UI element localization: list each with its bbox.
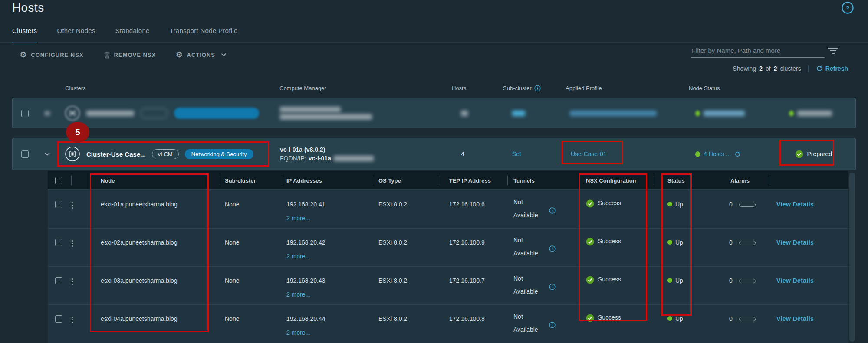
node-status: Up [675,239,683,246]
alarms-count: 0 [729,239,733,246]
node-status-dot [695,151,700,157]
ip-more-link[interactable]: 2 more... [286,291,326,298]
applied-profile-link[interactable]: Use-Case-01 [571,150,606,157]
node-row[interactable]: esxi-01a.puneetsharma.blog None 192.168.… [48,190,848,228]
success-check-icon [586,238,594,246]
kebab-menu-icon[interactable] [72,240,73,247]
view-details-link[interactable]: View Details [776,277,814,284]
prepared-status-badge: Prepared [795,150,832,158]
view-details-link[interactable]: View Details [776,239,814,246]
summary-divider: | [808,65,809,72]
filter-icon[interactable] [827,48,838,56]
redacted-cluster-name [86,111,134,116]
cluster-row-use-case[interactable]: Cluster-Use Case... vLCM Networking & Se… [12,138,856,170]
redacted-expander[interactable] [45,111,50,115]
hosts-status-link[interactable]: 4 Hosts ... [704,150,731,157]
view-details-link[interactable]: View Details [776,315,814,322]
configure-nsx-button[interactable]: ⚙ CONFIGURE NSX [20,51,84,59]
refresh-label: Refresh [825,65,848,72]
ip-more-link[interactable]: 2 more... [286,329,326,336]
nodes-table-header: Node Sub-cluster IP Addresses OS Type TE… [48,171,848,190]
tabs-divider [0,42,868,43]
summary-of: of [766,65,771,72]
alarms-bar [739,317,756,321]
up-status-dot [667,316,672,321]
info-icon[interactable] [549,284,556,290]
refresh-icon [816,65,823,72]
ip-more-link[interactable]: 2 more... [286,253,326,260]
redacted-hosts-count [461,111,468,116]
node-ip: 192.168.20.44 [286,315,326,322]
status-dot-green [789,111,794,116]
alarms-bar [739,279,756,283]
tab-transport-node-profile[interactable]: Transport Node Profile [170,27,238,41]
alarms-bar [739,241,756,245]
redacted-node-status [704,111,745,116]
tab-clusters[interactable]: Clusters [12,27,37,41]
row-checkbox[interactable] [21,110,29,117]
cluster-row-redacted[interactable] [12,98,856,128]
info-icon[interactable] [549,245,556,252]
help-icon[interactable]: ? [841,1,854,14]
nsx-config-status: Success [598,199,621,206]
summary-count: 2 [759,65,763,72]
col-sub-cluster: Sub-cluster [503,85,532,91]
success-check-icon [586,276,594,284]
node-tunnels: Not Available [513,234,544,260]
node-sub-cluster: None [225,277,239,284]
remove-nsx-button[interactable]: REMOVE NSX [104,52,156,59]
info-icon[interactable] [534,85,541,91]
vlcm-badge: vLCM [152,149,179,159]
col-applied-profile: Applied Profile [556,85,681,91]
status-dot-green [695,111,700,116]
tab-bar: Clusters Other Nodes Standalone Transpor… [12,27,238,41]
node-name: esxi-01a.puneetsharma.blog [101,201,178,208]
sub-cluster-set-link[interactable]: Set [512,150,521,157]
col-sub-cluster: Sub-cluster [225,177,256,184]
row-checkbox[interactable] [55,277,62,284]
scrollbar[interactable] [849,173,855,342]
col-os-type: OS Type [378,177,401,184]
filter-input[interactable] [691,45,825,58]
filter-box [691,45,838,58]
refresh-icon[interactable] [734,151,741,157]
svg-text:?: ? [845,4,849,12]
col-hosts: Hosts [447,85,486,91]
select-all-checkbox[interactable] [55,177,62,184]
collapse-chevron-icon[interactable] [44,150,51,157]
compute-manager-name: vc-l-01a (v8.0.2) [280,146,325,153]
node-row[interactable]: esxi-04a.puneetsharma.blog None 192.168.… [48,304,848,343]
nsx-config-status: Success [598,314,621,321]
row-checkbox[interactable] [55,201,62,208]
summary-total: 2 [774,65,777,72]
tab-other-nodes[interactable]: Other Nodes [57,27,95,41]
ip-more-link[interactable]: 2 more... [286,215,326,222]
row-checkbox[interactable] [21,150,29,158]
node-row[interactable]: esxi-03a.puneetsharma.blog None 192.168.… [48,266,848,304]
node-ip: 192.168.20.43 [286,277,326,284]
info-icon[interactable] [549,322,556,328]
trash-icon [104,52,110,59]
col-node-status: Node Status [681,85,856,91]
row-checkbox[interactable] [55,239,62,246]
redacted-sub-cluster [512,111,525,116]
node-sub-cluster: None [225,315,239,322]
kebab-menu-icon[interactable] [72,202,73,209]
refresh-button[interactable]: Refresh [816,65,848,72]
col-nsx-configuration: NSX Configuration [586,177,636,184]
info-icon[interactable] [549,207,556,214]
row-checkbox[interactable] [55,315,62,323]
cluster-icon [65,146,80,162]
view-details-link[interactable]: View Details [776,201,814,208]
node-row[interactable]: esxi-02a.puneetsharma.blog None 192.168.… [48,228,848,266]
tab-standalone[interactable]: Standalone [115,27,150,41]
cluster-name[interactable]: Cluster-Use Case... [86,150,146,158]
results-summary: Showing 2 of 2 clusters | Refresh [733,65,848,72]
actions-button[interactable]: ⚙ ACTIONS [176,51,227,59]
col-tunnels: Tunnels [513,177,535,184]
col-status: Status [667,177,685,184]
node-os: ESXi 8.0.2 [378,277,407,284]
kebab-menu-icon[interactable] [72,278,73,285]
node-status: Up [675,201,683,208]
kebab-menu-icon[interactable] [72,317,73,323]
